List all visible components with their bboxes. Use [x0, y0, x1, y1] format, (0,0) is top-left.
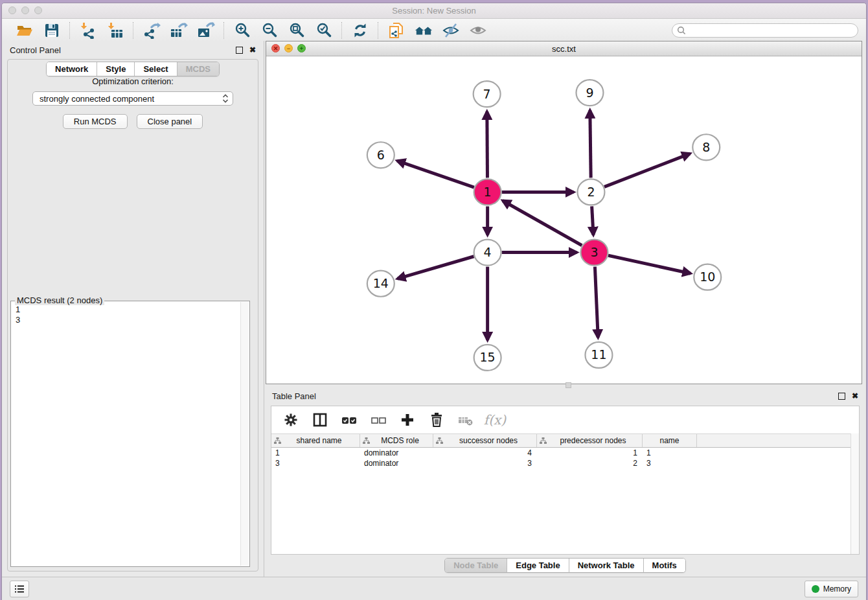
column-header-shared-name[interactable]: shared name — [271, 434, 360, 447]
table-settings-button[interactable] — [282, 411, 300, 429]
export-network-button[interactable] — [143, 21, 161, 40]
mcds-result-line: 1 — [16, 305, 240, 315]
table-cell[interactable]: 2 — [537, 458, 643, 468]
edge-1-6[interactable] — [397, 161, 474, 187]
frame-maximize-icon[interactable]: + — [297, 44, 306, 52]
tab-style[interactable]: Style — [97, 62, 134, 76]
table-cell[interactable]: dominator — [360, 458, 433, 468]
node-6[interactable]: 6 — [367, 142, 394, 168]
tab-select[interactable]: Select — [134, 62, 176, 76]
minimize-window-icon[interactable] — [21, 6, 29, 14]
close-panel-icon[interactable]: ✖ — [249, 46, 256, 54]
export-table-button[interactable] — [170, 21, 188, 40]
export-image-button[interactable] — [197, 21, 215, 40]
open-file-button[interactable] — [16, 21, 34, 40]
tab-motifs[interactable]: Motifs — [643, 559, 685, 572]
table-cell[interactable]: 1 — [643, 448, 697, 458]
zoom-out-button[interactable] — [260, 21, 279, 40]
memory-status-icon — [812, 585, 819, 593]
node-11[interactable]: 11 — [585, 342, 612, 368]
close-window-icon[interactable] — [8, 6, 16, 14]
node-14[interactable]: 14 — [367, 271, 394, 297]
column-header-successor-nodes[interactable]: successor nodes — [433, 434, 537, 447]
close-panel-icon[interactable]: ✖ — [852, 392, 858, 400]
edge-2-9[interactable] — [590, 110, 591, 178]
frame-minimize-icon[interactable]: − — [284, 44, 293, 52]
svg-text:1: 1 — [484, 185, 492, 199]
network-canvas[interactable]: 1234678910111415 — [266, 56, 862, 384]
table-scrollbar[interactable] — [851, 433, 859, 554]
table-cell[interactable]: 3 — [433, 458, 537, 468]
edge-3-1[interactable] — [503, 201, 582, 246]
node-3[interactable]: 3 — [580, 240, 608, 266]
control-panel-title: Control Panel — [10, 45, 61, 55]
delete-table-button[interactable] — [457, 411, 475, 429]
tab-edge-table[interactable]: Edge Table — [507, 559, 568, 572]
edge-4-14[interactable] — [398, 257, 474, 279]
function-builder-button[interactable]: f(x) — [486, 411, 504, 429]
node-15[interactable]: 15 — [474, 345, 501, 371]
search-input[interactable] — [672, 23, 858, 38]
memory-button[interactable]: Memory — [805, 581, 858, 597]
node-4[interactable]: 4 — [474, 240, 501, 266]
table-cell[interactable]: 3 — [643, 458, 697, 468]
zoom-in-button[interactable] — [233, 21, 251, 40]
mcds-result-list[interactable]: 1 3 — [12, 303, 240, 566]
hierarchy-icon — [274, 437, 281, 444]
tab-network[interactable]: Network — [47, 62, 97, 76]
gear-icon — [282, 411, 299, 428]
import-table-button[interactable] — [106, 21, 124, 40]
column-header-name[interactable]: name — [643, 434, 697, 447]
table-row[interactable]: 1dominator411 — [271, 448, 859, 458]
run-mcds-button[interactable]: Run MCDS — [63, 114, 128, 129]
edge-2-8[interactable] — [604, 154, 690, 187]
float-panel-icon[interactable] — [236, 47, 243, 54]
table-row[interactable]: 3dominator323 — [271, 458, 859, 468]
edge-3-11[interactable] — [595, 267, 598, 338]
refresh-view-button[interactable] — [351, 21, 369, 40]
edge-1-7[interactable] — [487, 111, 488, 178]
node-1[interactable]: 1 — [474, 179, 501, 205]
table-cell[interactable]: 4 — [433, 448, 537, 458]
duplicate-network-button[interactable] — [387, 21, 405, 40]
split-panel-button[interactable] — [311, 411, 329, 429]
show-all-button[interactable] — [469, 21, 487, 40]
save-session-button[interactable] — [43, 21, 61, 40]
edge-2-3[interactable] — [592, 206, 593, 235]
eye-icon — [470, 22, 486, 39]
node-10[interactable]: 10 — [694, 264, 721, 290]
float-panel-icon[interactable] — [838, 393, 845, 400]
frame-close-icon[interactable]: ✕ — [271, 44, 280, 52]
close-panel-button[interactable]: Close panel — [137, 114, 203, 129]
import-network-button[interactable] — [79, 21, 97, 40]
column-header-predecessor-nodes[interactable]: predecessor nodes — [537, 434, 643, 447]
zoom-selected-button[interactable] — [315, 21, 333, 40]
node-7[interactable]: 7 — [474, 81, 501, 107]
table-cell[interactable]: 3 — [271, 458, 360, 468]
edge-3-10[interactable] — [608, 255, 691, 273]
add-column-button[interactable] — [398, 411, 417, 429]
node-table-container: f(x) shared name MCDS role — [271, 406, 860, 555]
table-cell[interactable]: 1 — [271, 448, 360, 458]
first-neighbors-button[interactable] — [415, 21, 433, 40]
result-scrollbar[interactable] — [240, 302, 249, 566]
tab-mcds[interactable]: MCDS — [177, 62, 219, 76]
node-8[interactable]: 8 — [692, 134, 720, 160]
tab-network-table[interactable]: Network Table — [569, 559, 643, 572]
tab-node-table[interactable]: Node Table — [445, 559, 507, 572]
mcds-tab-pane: Optimization criterion: strongly connect… — [7, 59, 258, 571]
maximize-window-icon[interactable] — [34, 6, 42, 14]
hide-selected-button[interactable] — [442, 21, 460, 40]
deselect-all-button[interactable] — [369, 411, 387, 429]
node-9[interactable]: 9 — [576, 80, 603, 106]
table-cell[interactable]: 1 — [537, 448, 643, 458]
task-history-button[interactable] — [10, 581, 29, 597]
fit-content-button[interactable] — [288, 21, 306, 40]
svg-text:9: 9 — [586, 86, 593, 100]
table-cell[interactable]: dominator — [360, 448, 433, 458]
criterion-select[interactable]: strongly connected component — [32, 91, 233, 106]
delete-columns-button[interactable] — [428, 411, 446, 429]
node-2[interactable]: 2 — [577, 179, 604, 205]
select-all-button[interactable] — [340, 411, 358, 429]
column-header-mcds-role[interactable]: MCDS role — [360, 434, 433, 447]
